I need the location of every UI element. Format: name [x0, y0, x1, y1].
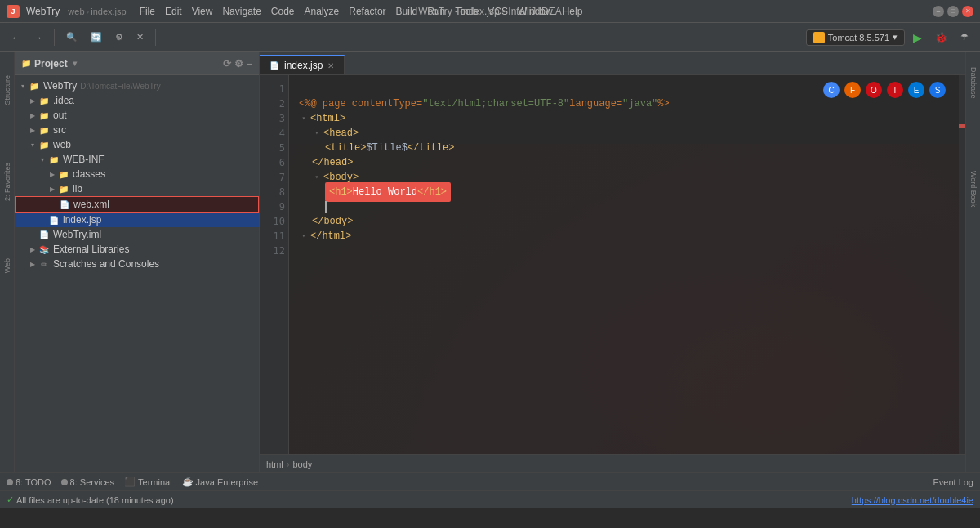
- menu-file[interactable]: File: [135, 4, 160, 19]
- project-hide-icon[interactable]: –: [247, 58, 252, 69]
- project-root[interactable]: ▾ 📁 WebTry D:\TomcatFile\WebTry: [15, 78, 259, 93]
- tree-item-indexjsp[interactable]: 📄 index.jsp: [15, 213, 259, 227]
- app-name: WebTry: [26, 6, 60, 17]
- toolbar-separator2: [155, 29, 156, 46]
- menu-edit[interactable]: Edit: [160, 4, 187, 19]
- code-content[interactable]: <%@ page contentType="text/html;charset=…: [289, 75, 959, 454]
- code-editor[interactable]: 1 2 3 4 5 6 7 8 9 10 11 12 <%@ page cont…: [260, 75, 965, 454]
- tree-item-webxml[interactable]: 📄 web.xml: [15, 196, 259, 213]
- status-bar: 6: TODO 8: Services ⬛ Terminal ☕ Java En…: [0, 472, 980, 490]
- project-panel: 📁 Project ▾ ⟳ ⚙ – ▾ 📁 WebTry D:\TomcatFi…: [15, 52, 260, 472]
- title-bar: J WebTry web › index.jsp File Edit View …: [0, 0, 980, 23]
- breadcrumb-file[interactable]: index.jsp: [91, 7, 126, 16]
- project-sync-icon[interactable]: ⟳: [223, 58, 231, 69]
- toolbar-sync[interactable]: 🔄: [86, 30, 107, 44]
- files-status: ✓ All files are up-to-date (18 minutes a…: [7, 494, 174, 505]
- tab-close-button[interactable]: ✕: [327, 61, 334, 70]
- run-button[interactable]: ▶: [908, 29, 927, 46]
- code-line-10: </body>: [299, 214, 949, 229]
- right-tab-wordbook[interactable]: Word Book: [968, 168, 979, 210]
- safari-icon[interactable]: S: [929, 82, 946, 98]
- toolbar-forward[interactable]: →: [29, 31, 47, 44]
- services-label: 8: Services: [70, 477, 114, 487]
- window-controls: – □ ✕: [933, 6, 973, 17]
- main-area: Structure 2: Favorites Web 📁 Project ▾ ⟳…: [0, 52, 980, 472]
- run-config-label: Tomcat 8.5.571: [828, 33, 889, 43]
- terminal-icon: ⬛: [124, 477, 136, 487]
- services-status[interactable]: 8: Services: [61, 477, 114, 487]
- breadcrumb-body[interactable]: body: [292, 459, 312, 469]
- close-button[interactable]: ✕: [962, 6, 973, 17]
- project-tree: ▾ 📁 WebTry D:\TomcatFile\WebTry ▶ 📁 .ide…: [15, 75, 259, 472]
- editor-tabs: 📄 index.jsp ✕: [260, 52, 965, 75]
- app-icon: J: [7, 5, 20, 18]
- scroll-indicator: [959, 75, 965, 454]
- tree-item-webtryiml[interactable]: 📄 WebTry.iml: [15, 227, 259, 242]
- toolbar: ← → 🔍 🔄 ⚙ ✕ Tomcat 8.5.571 ▾ ▶ 🐞 ☂: [0, 23, 980, 52]
- event-log-label: Event Log: [933, 477, 973, 487]
- event-log-status[interactable]: Event Log: [933, 477, 973, 487]
- tree-item-webinf[interactable]: ▾ 📁 WEB-INF: [15, 152, 259, 167]
- opera-icon[interactable]: O: [866, 82, 882, 98]
- right-tab-database[interactable]: Database: [968, 64, 979, 102]
- minimize-button[interactable]: –: [933, 6, 944, 17]
- menu-code[interactable]: Code: [266, 4, 300, 19]
- run-config-selector[interactable]: Tomcat 8.5.571 ▾: [806, 29, 905, 46]
- breadcrumb-web[interactable]: web: [68, 7, 84, 16]
- tree-item-web[interactable]: ▾ 📁 web: [15, 137, 259, 152]
- tree-item-lib[interactable]: ▶ 📁 lib: [15, 181, 259, 196]
- menu-analyze[interactable]: Analyze: [300, 4, 345, 19]
- chrome-icon[interactable]: C: [823, 82, 840, 98]
- code-line-2: <%@ page contentType="text/html;charset=…: [299, 96, 949, 111]
- toolbar-config[interactable]: ⚙: [110, 30, 128, 44]
- todo-status[interactable]: 6: TODO: [7, 477, 51, 487]
- terminal-status[interactable]: ⬛ Terminal: [124, 477, 172, 487]
- tree-item-out[interactable]: ▶ 📁 out: [15, 108, 259, 123]
- java-enterprise-status[interactable]: ☕ Java Enterprise: [182, 477, 258, 487]
- menu-refactor[interactable]: Refactor: [344, 4, 390, 19]
- code-line-8: <h1>Hello World</h1>: [299, 185, 949, 199]
- toolbar-back[interactable]: ←: [7, 31, 25, 44]
- browser-icons: C F O I E S: [823, 82, 946, 98]
- code-line-6: </head>: [299, 155, 949, 170]
- url-text: https://blog.csdn.net/double4ie: [852, 495, 973, 505]
- tree-item-idea[interactable]: ▶ 📁 .idea: [15, 93, 259, 108]
- terminal-label: Terminal: [138, 477, 172, 487]
- ie-icon[interactable]: I: [887, 82, 903, 98]
- run-config-arrow: ▾: [893, 32, 898, 43]
- project-header: 📁 Project ▾ ⟳ ⚙ –: [15, 52, 259, 75]
- sidebar-tab-web[interactable]: Web: [2, 255, 13, 276]
- java-enterprise-label: Java Enterprise: [196, 477, 258, 487]
- todo-dot: [7, 479, 13, 485]
- debug-button[interactable]: 🐞: [930, 30, 952, 45]
- sidebar-tab-structure[interactable]: Structure: [2, 72, 13, 109]
- editor-breadcrumb: html › body: [260, 454, 965, 472]
- services-dot: [61, 479, 68, 485]
- check-icon: ✓: [7, 494, 14, 505]
- firefox-icon[interactable]: F: [844, 82, 861, 98]
- editor-tab-indexjsp[interactable]: 📄 index.jsp ✕: [260, 55, 345, 74]
- window-title: WebTry - index.jsp - IntelliJ IDEA: [418, 6, 561, 17]
- code-line-12: [299, 244, 949, 258]
- tree-item-classes[interactable]: ▶ 📁 classes: [15, 167, 259, 181]
- code-line-9: [299, 199, 949, 214]
- todo-label: 6: TODO: [16, 477, 51, 487]
- tree-item-external[interactable]: ▶ 📚 External Libraries: [15, 242, 259, 257]
- editor-area: 📄 index.jsp ✕ 1 2 3 4 5 6 7 8 9: [260, 52, 965, 472]
- tree-item-scratches[interactable]: ▶ ✏ Scratches and Consoles: [15, 257, 259, 271]
- menu-help[interactable]: Help: [558, 4, 588, 19]
- edge-icon[interactable]: E: [908, 82, 924, 98]
- sidebar-tab-favorites[interactable]: 2: Favorites: [2, 159, 13, 204]
- breadcrumb-html[interactable]: html: [266, 459, 283, 469]
- toolbar-search[interactable]: 🔍: [61, 30, 82, 44]
- toolbar-close[interactable]: ✕: [131, 30, 149, 44]
- code-line-3: ▾<html>: [299, 111, 949, 126]
- tree-item-src[interactable]: ▶ 📁 src: [15, 123, 259, 137]
- menu-view[interactable]: View: [187, 4, 218, 19]
- menu-navigate[interactable]: Navigate: [217, 4, 265, 19]
- right-side-tabs: Database Word Book: [965, 52, 980, 472]
- project-gear-icon[interactable]: ⚙: [234, 58, 243, 69]
- coverage-button[interactable]: ☂: [956, 30, 973, 44]
- url-link[interactable]: https://blog.csdn.net/double4ie: [852, 495, 973, 505]
- maximize-button[interactable]: □: [947, 6, 959, 17]
